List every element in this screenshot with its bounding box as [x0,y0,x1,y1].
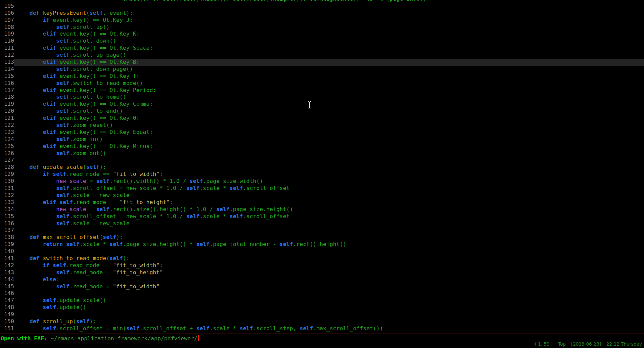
code-text: return self.scale * self.page_size.heigh… [14,241,644,248]
code-line[interactable]: 125 elif event.key() == Qt.Key_Minus: [0,143,644,150]
minibuffer[interactable]: Open with EAF: ~/emacs-application-frame… [1,335,199,342]
line-number: 124 [0,136,14,143]
code-text: if event.key() == Qt.Key_J: [14,17,644,24]
code-line[interactable]: 108 self.scroll_up() [0,24,644,31]
code-line[interactable]: 128 def update_scale(self): [0,164,644,171]
code-text: elif event.key() == Qt.Key_Minus: [14,143,644,150]
code-line[interactable]: 142 if self.read_mode == "fit_to_width": [0,262,644,269]
code-line[interactable]: 111 elif event.key() == Qt.Key_Space: [0,45,644,52]
code-text [14,227,644,234]
code-line[interactable]: 136 self.scale = new_scale [0,220,644,227]
line-number: 146 [0,290,14,297]
mouse-cursor-ibeam [307,100,312,109]
code-line[interactable]: 105 [0,3,644,10]
line-number: 150 [0,318,14,325]
tray-segment: ( 1, 59 ) [535,341,553,347]
code-line[interactable]: 113 elif event.key() == Qt.Key_B: [0,59,644,66]
line-number: 122 [0,122,14,129]
code-line[interactable]: 124 self.zoom_in() [0,136,644,143]
code-line[interactable]: 141 def switch_to_read_mode(self): [0,255,644,262]
line-number: 120 [0,108,14,115]
line-number: 129 [0,171,14,178]
line-number: 112 [0,52,14,59]
status-tray: ( 1, 59 )Top[2018-06-28]22:12 Thursday [535,341,642,347]
code-line[interactable]: 145 self.read_mode = "fit_to_width" [0,283,644,290]
code-text: self.zoom_out() [14,150,644,157]
code-line[interactable]: 121 elif event.key() == Qt.Key_0: [0,115,644,122]
line-number: 136 [0,220,14,227]
minibuffer-prompt: Open with EAF: [1,335,51,342]
code-text: elif event.key() == Qt.Key_Equal: [14,129,644,136]
line-number: 145 [0,283,14,290]
code-text: if self.read_mode == "fit_to_width": [14,262,644,269]
code-text [14,3,644,10]
line-number: 117 [0,87,14,94]
line-number: 144 [0,276,14,283]
code-text: def keyPressEvent(self, event): [14,10,644,17]
code-line[interactable]: 148 self.update() [0,304,644,311]
line-number: 148 [0,304,14,311]
code-text: self.zoom_reset() [14,122,644,129]
code-text: self.scroll_offset = new_scale * 1.0 / s… [14,213,644,220]
code-line[interactable]: 151 self.scroll_offset = min(self.scroll… [0,325,644,332]
code-text: else: [14,276,644,283]
code-line[interactable]: 147 self.update_scale() [0,297,644,304]
code-line[interactable]: 132 self.scale = new_scale [0,192,644,199]
code-text: self.scroll_to_end() [14,108,644,115]
code-line[interactable]: 127 [0,157,644,164]
code-text: self.switch_to_read_mode() [14,80,644,87]
code-line[interactable]: 129 if self.read_mode == "fit_to_width": [0,171,644,178]
code-line[interactable]: 106 def keyPressEvent(self, event): [0,10,644,17]
line-number: 108 [0,24,14,31]
code-line[interactable]: 110 self.scroll_down() [0,38,644,45]
code-text: elif event.key() == Qt.Key_K: [14,31,644,38]
code-line[interactable]: 119 elif event.key() == Qt.Key_Comma: [0,101,644,108]
code-text: def scroll_up(self): [14,318,644,325]
code-text: self.scroll_down_page() [14,66,644,73]
minibuffer-input[interactable]: ~/emacs-application-framework/app/pdfvie… [51,335,197,342]
code-line[interactable]: 137 [0,227,644,234]
code-line[interactable]: 130 new_scale = self.rect().width() * 1.… [0,178,644,185]
code-line[interactable]: 114 self.scroll_down_page() [0,66,644,73]
code-line[interactable]: 138 def max_scroll_offset(self): [0,234,644,241]
code-line[interactable]: 135 self.scroll_offset = new_scale * 1.0… [0,213,644,220]
line-number: 114 [0,66,14,73]
code-line[interactable]: 123 elif event.key() == Qt.Key_Equal: [0,129,644,136]
line-number: 130 [0,178,14,185]
code-text: self.scale = new_scale [14,192,644,199]
code-line[interactable]: 115 elif event.key() == Qt.Key_T: [0,73,644,80]
code-line[interactable]: 133 elif self.read_mode == "fit_to_heigh… [0,199,644,206]
code-line[interactable]: 118 self.scroll_to_home() [0,94,644,101]
line-number: 135 [0,213,14,220]
code-editor[interactable]: QRect(0, 0, self.rect().width(), self.re… [0,0,644,334]
line-number: 147 [0,297,14,304]
line-number: 141 [0,255,14,262]
minibuffer-cursor [198,335,199,341]
code-text: elif event.key() == Qt.Key_Period: [14,87,644,94]
code-line[interactable]: 139 return self.scale * self.page_size.h… [0,241,644,248]
line-number: 111 [0,45,14,52]
code-line[interactable]: 150 def scroll_up(self): [0,318,644,325]
code-line[interactable]: 117 elif event.key() == Qt.Key_Period: [0,87,644,94]
code-text: def update_scale(self): [14,164,644,171]
code-text: self.read_mode = "fit_to_width" [14,283,644,290]
code-line-partial[interactable]: QRect(0, 0, self.rect().width(), self.re… [0,0,644,3]
modeline-separator [0,334,644,334]
code-line[interactable]: 107 if event.key() == Qt.Key_J: [0,17,644,24]
code-line[interactable]: 112 self.scroll_up_page() [0,52,644,59]
code-line[interactable]: 149 [0,311,644,318]
tray-segment: Top [558,341,566,347]
code-line[interactable]: 116 self.switch_to_read_mode() [0,80,644,87]
code-line[interactable]: 126 self.zoom_out() [0,150,644,157]
code-line[interactable]: 109 elif event.key() == Qt.Key_K: [0,31,644,38]
code-line[interactable]: 146 [0,290,644,297]
code-text: QRect(0, 0, self.rect().width(), self.re… [14,0,644,3]
code-line[interactable]: 144 else: [0,276,644,283]
code-line[interactable]: 131 self.scroll_offset = new_scale * 1.0… [0,185,644,192]
code-line[interactable]: 143 self.read_mode = "fit_to_height" [0,269,644,276]
code-text: new_scale = self.rect().width() * 1.0 / … [14,178,644,185]
code-line[interactable]: 134 new_scale = self.rect().size().heigh… [0,206,644,213]
code-line[interactable]: 122 self.zoom_reset() [0,122,644,129]
code-line[interactable]: 140 [0,248,644,255]
code-line[interactable]: 120 self.scroll_to_end() [0,108,644,115]
